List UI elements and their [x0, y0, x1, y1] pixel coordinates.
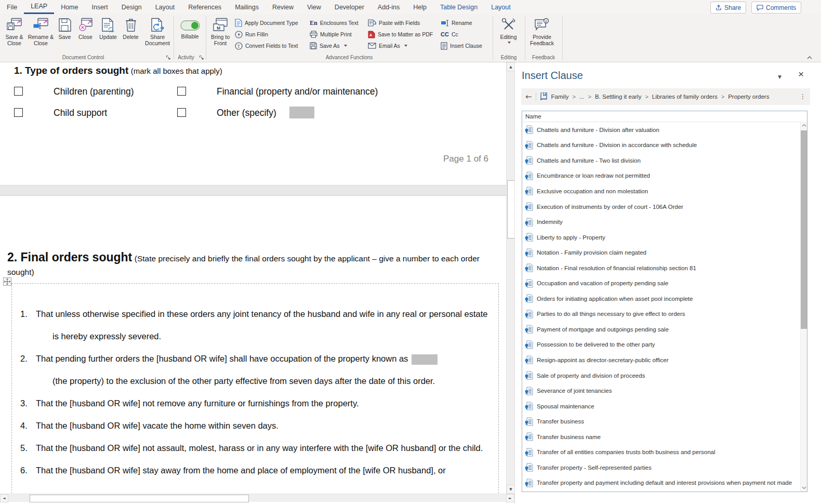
clause-list-item[interactable]: Execution of instruments by order of cou… [522, 199, 807, 215]
clause-list-item[interactable]: Transfer property - Self-represented par… [522, 460, 807, 475]
save-and-close-button[interactable]: Save & Close [2, 16, 27, 46]
clause-list-item[interactable]: Exclusive occupation and non molestation [522, 183, 807, 199]
share-button[interactable]: Share [710, 2, 746, 14]
scroll-up-arrow[interactable]: ▲ [507, 62, 515, 71]
clause-list-item[interactable]: Liberty to apply - Property [522, 230, 807, 245]
clause-list-item[interactable]: Transfer business [522, 414, 807, 429]
tab-mailings[interactable]: Mailings [228, 0, 266, 14]
tab-design[interactable]: Design [115, 0, 149, 14]
clause-list-scrollbar[interactable] [800, 122, 807, 492]
breadcrumb-settling-it-early[interactable]: B. Settling it early [595, 94, 641, 100]
tab-home[interactable]: Home [54, 0, 85, 14]
clause-list-item[interactable]: Severance of joint tenancies [522, 383, 807, 399]
checkbox-child-support[interactable] [14, 108, 23, 117]
convert-fields-to-text-button[interactable]: T Convert Fields to Text [235, 40, 298, 51]
vertical-scroll-thumb[interactable] [507, 180, 515, 238]
clause-list-item[interactable]: Notation - Family provision claim negate… [522, 245, 807, 260]
breadcrumb-ellipsis[interactable]: ... [579, 94, 585, 100]
scroll-down-arrow[interactable]: ▼ [507, 485, 515, 494]
run-fillin-button[interactable]: Run Fillin [235, 29, 298, 40]
tab-help[interactable]: Help [406, 0, 433, 14]
editing-button[interactable]: Editing [494, 16, 523, 44]
clause-list-item[interactable]: Parties to do all things necessary to gi… [522, 307, 807, 322]
clause-list-item[interactable]: Possession to be delivered to the other … [522, 337, 807, 353]
clause-list-item[interactable]: Notation - Final resolution of financial… [522, 260, 807, 276]
save-button[interactable]: Save [55, 16, 75, 41]
orders-table[interactable]: 1.That unless otherwise specified in the… [11, 283, 499, 494]
scroll-down-chevron-icon[interactable] [802, 486, 806, 489]
other-specify-field[interactable] [289, 107, 314, 118]
dialog-launcher-icon[interactable] [166, 55, 171, 60]
paste-with-fields-button[interactable]: Paste with Fields [368, 17, 433, 29]
clause-list-item[interactable]: Orders for initiating application when a… [522, 291, 807, 307]
collapse-ribbon-icon[interactable] [806, 56, 813, 60]
checkbox-financial[interactable] [177, 87, 186, 96]
clause-scroll-thumb[interactable] [801, 130, 807, 329]
tab-leap[interactable]: LEAP [24, 0, 54, 14]
tab-references[interactable]: References [181, 0, 228, 14]
clause-list-item[interactable]: Chattels and furniture - Division after … [522, 122, 807, 138]
clause-list-item[interactable]: Encumbrance or loan redraw not permitted [522, 168, 807, 184]
tab-insert[interactable]: Insert [85, 0, 114, 14]
document-horizontal-scrollbar[interactable]: ◄ ► [0, 494, 514, 502]
share-document-button[interactable]: Share Document [141, 16, 174, 46]
breadcrumb-libraries-of-family-orders[interactable]: Libraries of family orders [652, 94, 718, 100]
rename-and-close-button[interactable]: Rename & Close [27, 16, 55, 46]
apply-document-type-button[interactable]: Apply Document Type [235, 17, 298, 29]
scroll-left-arrow[interactable]: ◄ [0, 494, 8, 502]
clause-list-item[interactable]: Chattels and furniture - Two list divisi… [522, 153, 807, 168]
multiple-print-button[interactable]: Multiple Print [310, 29, 359, 40]
clause-name: Parties to do all things necessary to gi… [537, 311, 685, 317]
rename-close-icon [33, 18, 49, 32]
bring-to-front-button[interactable]: M Bring to Front [207, 16, 233, 46]
clause-list-item[interactable]: Resign-appoint as director-secretary-pub… [522, 352, 807, 368]
pane-options-icon[interactable]: ▼ [778, 74, 782, 79]
tab-table-design[interactable]: Table Design [433, 0, 484, 14]
clause-list-item[interactable]: Spousal maintenance [522, 399, 807, 414]
property-name-field[interactable] [412, 354, 438, 365]
scroll-right-arrow[interactable]: ► [506, 494, 514, 502]
clause-list-item[interactable]: Transfer of all entities companies trust… [522, 444, 807, 460]
save-to-matter-as-pdf-button[interactable]: A Save to Matter as PDF [368, 29, 433, 40]
horizontal-scroll-thumb[interactable] [30, 495, 249, 502]
checkbox-children-parenting[interactable] [14, 87, 23, 96]
document-vertical-scrollbar[interactable]: ▲ ▼ [506, 62, 514, 494]
enclosures-text-button[interactable]: En Enclosures Text [310, 17, 359, 29]
clause-list-item[interactable]: Occupation and vacation of property pend… [522, 275, 807, 291]
update-button[interactable]: Update [96, 16, 120, 41]
provide-feedback-button[interactable]: Provide Feedback [524, 16, 560, 46]
pane-close-icon[interactable]: × [798, 69, 804, 80]
breadcrumb-more-icon[interactable]: ⋮ [800, 93, 806, 100]
insert-clause-button[interactable]: Insert Clause [441, 40, 482, 51]
clause-list-item[interactable]: Transfer property and payment including … [522, 475, 807, 491]
delete-button[interactable]: Delete [120, 16, 141, 41]
clause-list-item[interactable]: Indemnity [522, 214, 807, 230]
table-move-handle[interactable] [3, 277, 11, 286]
document-canvas[interactable]: 1. Type of orders sought (mark all boxes… [0, 62, 506, 494]
tab-addins[interactable]: Add-ins [371, 0, 406, 14]
tab-file[interactable]: File [0, 0, 24, 14]
tab-developer[interactable]: Developer [328, 0, 371, 14]
tab-review[interactable]: Review [266, 0, 300, 14]
back-arrow-icon[interactable]: ← [525, 92, 532, 101]
clause-list-item[interactable]: Chattels and furniture - Division in acc… [522, 138, 807, 153]
tab-table-layout[interactable]: Layout [484, 0, 518, 14]
breadcrumb-property-orders[interactable]: Property orders [728, 94, 769, 100]
checkbox-other[interactable] [177, 108, 186, 117]
comments-button[interactable]: Comments [751, 2, 801, 14]
billable-toggle-button[interactable]: Billable [176, 16, 204, 40]
clause-list-item[interactable]: Sale of property and division of proceed… [522, 368, 807, 383]
breadcrumb-root[interactable]: Family [551, 94, 569, 100]
tab-view[interactable]: View [300, 0, 328, 14]
email-as-button[interactable]: Email As [368, 40, 433, 51]
clause-list-item[interactable]: Transfer business name [522, 429, 807, 445]
save-as-button[interactable]: Save As [310, 40, 359, 51]
dialog-launcher-icon[interactable] [199, 55, 204, 60]
close-button[interactable]: Close [75, 16, 96, 41]
rename-button[interactable]: Rename [441, 17, 482, 29]
cc-button[interactable]: CC Cc [441, 29, 482, 40]
tab-layout[interactable]: Layout [149, 0, 182, 14]
clause-list-item[interactable]: Payment of mortgage and outgoings pendin… [522, 322, 807, 337]
scroll-up-chevron-icon[interactable] [802, 124, 806, 127]
clause-list-header-name[interactable]: Name [522, 111, 807, 122]
